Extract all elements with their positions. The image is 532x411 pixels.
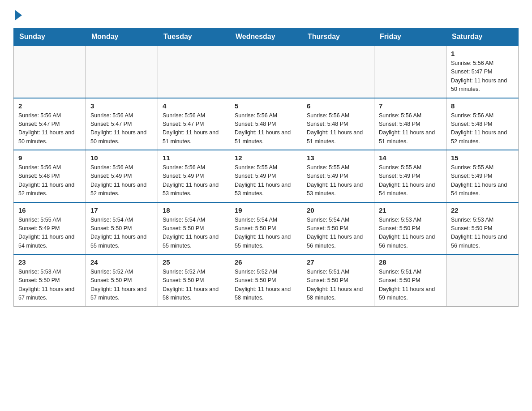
- calendar-cell: 16Sunrise: 5:55 AM Sunset: 5:49 PM Dayli…: [14, 202, 86, 255]
- day-number: 9: [18, 154, 81, 162]
- day-info: Sunrise: 5:55 AM Sunset: 5:49 PM Dayligh…: [451, 163, 514, 198]
- calendar-weekday-tuesday: Tuesday: [158, 28, 230, 46]
- day-info: Sunrise: 5:52 AM Sunset: 5:50 PM Dayligh…: [90, 268, 153, 303]
- calendar-header-row: SundayMondayTuesdayWednesdayThursdayFrid…: [14, 28, 519, 46]
- day-number: 12: [235, 154, 297, 162]
- calendar-cell: 11Sunrise: 5:56 AM Sunset: 5:49 PM Dayli…: [158, 150, 230, 202]
- calendar-weekday-monday: Monday: [86, 28, 158, 46]
- calendar-cell: [374, 46, 446, 98]
- calendar-week-row: 2Sunrise: 5:56 AM Sunset: 5:47 PM Daylig…: [14, 98, 519, 150]
- day-number: 23: [18, 258, 81, 266]
- day-info: Sunrise: 5:55 AM Sunset: 5:49 PM Dayligh…: [307, 163, 369, 198]
- calendar-cell: [86, 46, 158, 98]
- calendar-cell: 4Sunrise: 5:56 AM Sunset: 5:47 PM Daylig…: [158, 98, 230, 150]
- day-number: 16: [18, 206, 81, 214]
- calendar-cell: 21Sunrise: 5:53 AM Sunset: 5:50 PM Dayli…: [374, 202, 446, 255]
- day-info: Sunrise: 5:56 AM Sunset: 5:48 PM Dayligh…: [451, 111, 514, 146]
- calendar-cell: 26Sunrise: 5:52 AM Sunset: 5:50 PM Dayli…: [230, 254, 302, 306]
- day-number: 24: [90, 258, 153, 266]
- day-info: Sunrise: 5:56 AM Sunset: 5:49 PM Dayligh…: [163, 163, 225, 198]
- calendar-weekday-sunday: Sunday: [14, 28, 86, 46]
- day-number: 7: [379, 102, 442, 110]
- calendar-cell: 19Sunrise: 5:54 AM Sunset: 5:50 PM Dayli…: [230, 202, 302, 255]
- day-number: 22: [451, 206, 514, 214]
- calendar-cell: 5Sunrise: 5:56 AM Sunset: 5:48 PM Daylig…: [230, 98, 302, 150]
- calendar-cell: 18Sunrise: 5:54 AM Sunset: 5:50 PM Dayli…: [158, 202, 230, 255]
- calendar-cell: [14, 46, 86, 98]
- day-info: Sunrise: 5:54 AM Sunset: 5:50 PM Dayligh…: [90, 216, 153, 251]
- day-info: Sunrise: 5:54 AM Sunset: 5:50 PM Dayligh…: [163, 216, 225, 251]
- day-info: Sunrise: 5:51 AM Sunset: 5:50 PM Dayligh…: [379, 268, 442, 303]
- day-number: 2: [18, 102, 81, 110]
- calendar-cell: [302, 46, 374, 98]
- calendar-cell: 10Sunrise: 5:56 AM Sunset: 5:49 PM Dayli…: [86, 150, 158, 202]
- calendar-cell: 8Sunrise: 5:56 AM Sunset: 5:48 PM Daylig…: [446, 98, 519, 150]
- calendar-cell: 1Sunrise: 5:56 AM Sunset: 5:47 PM Daylig…: [446, 46, 519, 98]
- calendar-cell: 20Sunrise: 5:54 AM Sunset: 5:50 PM Dayli…: [302, 202, 374, 255]
- day-info: Sunrise: 5:52 AM Sunset: 5:50 PM Dayligh…: [163, 268, 225, 303]
- day-number: 3: [90, 102, 153, 110]
- calendar-cell: 28Sunrise: 5:51 AM Sunset: 5:50 PM Dayli…: [374, 254, 446, 306]
- calendar-week-row: 9Sunrise: 5:56 AM Sunset: 5:48 PM Daylig…: [14, 150, 519, 202]
- calendar-cell: 2Sunrise: 5:56 AM Sunset: 5:47 PM Daylig…: [14, 98, 86, 150]
- day-info: Sunrise: 5:56 AM Sunset: 5:48 PM Dayligh…: [307, 111, 369, 146]
- calendar-cell: [230, 46, 302, 98]
- day-number: 19: [235, 206, 297, 214]
- day-info: Sunrise: 5:53 AM Sunset: 5:50 PM Dayligh…: [379, 216, 442, 251]
- calendar-cell: 15Sunrise: 5:55 AM Sunset: 5:49 PM Dayli…: [446, 150, 519, 202]
- day-info: Sunrise: 5:55 AM Sunset: 5:49 PM Dayligh…: [18, 216, 81, 251]
- calendar-weekday-saturday: Saturday: [446, 28, 519, 46]
- day-number: 6: [307, 102, 369, 110]
- day-info: Sunrise: 5:56 AM Sunset: 5:47 PM Dayligh…: [18, 111, 81, 146]
- day-number: 26: [235, 258, 297, 266]
- day-info: Sunrise: 5:51 AM Sunset: 5:50 PM Dayligh…: [307, 268, 369, 303]
- calendar-weekday-thursday: Thursday: [302, 28, 374, 46]
- day-number: 1: [451, 50, 514, 57]
- calendar-cell: 27Sunrise: 5:51 AM Sunset: 5:50 PM Dayli…: [302, 254, 374, 306]
- day-info: Sunrise: 5:56 AM Sunset: 5:48 PM Dayligh…: [18, 163, 81, 198]
- day-info: Sunrise: 5:56 AM Sunset: 5:49 PM Dayligh…: [90, 163, 153, 198]
- day-number: 13: [307, 154, 369, 162]
- day-number: 5: [235, 102, 297, 110]
- calendar-cell: 17Sunrise: 5:54 AM Sunset: 5:50 PM Dayli…: [86, 202, 158, 255]
- day-info: Sunrise: 5:54 AM Sunset: 5:50 PM Dayligh…: [307, 216, 369, 251]
- calendar-cell: [158, 46, 230, 98]
- page-header: [13, 9, 519, 19]
- day-info: Sunrise: 5:53 AM Sunset: 5:50 PM Dayligh…: [451, 216, 514, 251]
- day-number: 4: [163, 102, 225, 110]
- calendar-cell: 22Sunrise: 5:53 AM Sunset: 5:50 PM Dayli…: [446, 202, 519, 255]
- day-info: Sunrise: 5:56 AM Sunset: 5:47 PM Dayligh…: [90, 111, 153, 146]
- calendar-cell: 13Sunrise: 5:55 AM Sunset: 5:49 PM Dayli…: [302, 150, 374, 202]
- calendar-cell: 6Sunrise: 5:56 AM Sunset: 5:48 PM Daylig…: [302, 98, 374, 150]
- logo-arrow-icon: [15, 10, 22, 21]
- day-info: Sunrise: 5:56 AM Sunset: 5:48 PM Dayligh…: [379, 111, 442, 146]
- day-number: 21: [379, 206, 442, 214]
- calendar-cell: 14Sunrise: 5:55 AM Sunset: 5:49 PM Dayli…: [374, 150, 446, 202]
- calendar-cell: [446, 254, 519, 306]
- calendar-cell: 12Sunrise: 5:55 AM Sunset: 5:49 PM Dayli…: [230, 150, 302, 202]
- day-number: 25: [163, 258, 225, 266]
- day-info: Sunrise: 5:56 AM Sunset: 5:47 PM Dayligh…: [163, 111, 225, 146]
- day-number: 11: [163, 154, 225, 162]
- calendar-weekday-wednesday: Wednesday: [230, 28, 302, 46]
- day-number: 10: [90, 154, 153, 162]
- day-info: Sunrise: 5:55 AM Sunset: 5:49 PM Dayligh…: [235, 163, 297, 198]
- day-info: Sunrise: 5:53 AM Sunset: 5:50 PM Dayligh…: [18, 268, 81, 303]
- calendar-cell: 7Sunrise: 5:56 AM Sunset: 5:48 PM Daylig…: [374, 98, 446, 150]
- calendar-week-row: 16Sunrise: 5:55 AM Sunset: 5:49 PM Dayli…: [14, 202, 519, 255]
- calendar-cell: 24Sunrise: 5:52 AM Sunset: 5:50 PM Dayli…: [86, 254, 158, 306]
- day-number: 27: [307, 258, 369, 266]
- logo: [13, 9, 22, 19]
- day-number: 20: [307, 206, 369, 214]
- day-info: Sunrise: 5:52 AM Sunset: 5:50 PM Dayligh…: [235, 268, 297, 303]
- day-number: 15: [451, 154, 514, 162]
- day-info: Sunrise: 5:54 AM Sunset: 5:50 PM Dayligh…: [235, 216, 297, 251]
- day-info: Sunrise: 5:56 AM Sunset: 5:47 PM Dayligh…: [451, 59, 514, 94]
- calendar-week-row: 1Sunrise: 5:56 AM Sunset: 5:47 PM Daylig…: [14, 46, 519, 98]
- calendar-table: SundayMondayTuesdayWednesdayThursdayFrid…: [13, 28, 519, 307]
- calendar-cell: 25Sunrise: 5:52 AM Sunset: 5:50 PM Dayli…: [158, 254, 230, 306]
- day-number: 14: [379, 154, 442, 162]
- calendar-cell: 3Sunrise: 5:56 AM Sunset: 5:47 PM Daylig…: [86, 98, 158, 150]
- calendar-cell: 9Sunrise: 5:56 AM Sunset: 5:48 PM Daylig…: [14, 150, 86, 202]
- calendar-weekday-friday: Friday: [374, 28, 446, 46]
